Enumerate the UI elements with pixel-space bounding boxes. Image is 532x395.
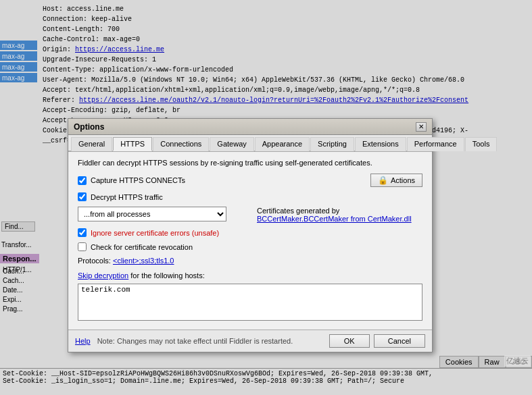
decrypt-label: Decrypt HTTPS traffic: [91, 193, 163, 201]
help-link[interactable]: Help: [75, 337, 91, 345]
protocols-value[interactable]: <client>;ssl3;tls1.0: [113, 257, 174, 265]
options-dialog: Options ✕ General HTTPS Connections Gate…: [68, 118, 433, 352]
tab-tools[interactable]: Tools: [465, 137, 498, 151]
tab-general[interactable]: General: [71, 137, 112, 151]
tab-extensions[interactable]: Extensions: [355, 137, 406, 151]
ignore-checkbox-row: Ignore server certificate errors (unsafe…: [78, 228, 422, 237]
tab-gateway[interactable]: Gateway: [210, 137, 253, 151]
decrypt-checkbox-row: Decrypt HTTPS traffic: [78, 192, 422, 201]
ok-button[interactable]: OK: [329, 334, 370, 348]
dialog-close-button[interactable]: ✕: [416, 122, 427, 132]
actions-button[interactable]: 🔒 Actions: [370, 174, 422, 187]
tab-scripting[interactable]: Scripting: [310, 137, 354, 151]
hosts-textarea[interactable]: [78, 284, 422, 321]
note-text: Note: Changes may not take effect until …: [97, 337, 325, 345]
skip-link[interactable]: Skip decryption: [78, 271, 128, 280]
capture-checkbox-row: Capture HTTPS CONNECTs: [78, 176, 185, 185]
cancel-button[interactable]: Cancel: [374, 334, 425, 348]
revocation-label: Check for certificate revocation: [91, 243, 193, 251]
protocols-row: Protocols: <client>;ssl3;tls1.0: [78, 257, 422, 265]
tab-bar: General HTTPS Connections Gateway Appear…: [68, 135, 432, 152]
description-text: Fiddler can decrypt HTTPS sessions by re…: [78, 159, 422, 167]
dialog-titlebar: Options ✕: [68, 119, 432, 135]
left-controls: ...from all processes: [78, 207, 243, 221]
cert-info: Certificates generated by BCCertMaker.BC…: [250, 207, 422, 223]
capture-checkbox[interactable]: [78, 176, 87, 185]
skip-row: Skip decryption for the following hosts:: [78, 271, 422, 280]
protocols-label: Protocols:: [78, 257, 111, 265]
dialog-title: Options: [74, 122, 104, 132]
dialog-bottom: Help Note: Changes may not take effect u…: [68, 330, 432, 352]
cert-link[interactable]: BCCertMaker.BCCertMaker from CertMaker.d…: [257, 215, 412, 223]
tab-appearance[interactable]: Appearance: [255, 137, 310, 151]
process-dropdown[interactable]: ...from all processes: [78, 207, 226, 221]
ignore-label: Ignore server certificate errors (unsafe…: [91, 229, 219, 237]
cert-label: Certificates generated by: [257, 207, 422, 215]
middle-row: ...from all processes Certificates gener…: [78, 207, 422, 223]
dialog-content: Fiddler can decrypt HTTPS sessions by re…: [68, 152, 432, 330]
ignore-checkbox[interactable]: [78, 228, 87, 237]
actions-label: Actions: [391, 176, 415, 184]
actions-icon: 🔒: [378, 176, 388, 185]
revocation-checkbox[interactable]: [78, 242, 87, 251]
tab-https[interactable]: HTTPS: [113, 137, 152, 151]
skip-suffix: for the following hosts:: [130, 271, 204, 280]
revocation-checkbox-row: Check for certificate revocation: [78, 242, 422, 251]
decrypt-checkbox[interactable]: [78, 192, 87, 201]
tab-performance[interactable]: Performance: [407, 137, 464, 151]
tab-connections[interactable]: Connections: [153, 137, 209, 151]
capture-label: Capture HTTPS CONNECTs: [91, 176, 185, 184]
